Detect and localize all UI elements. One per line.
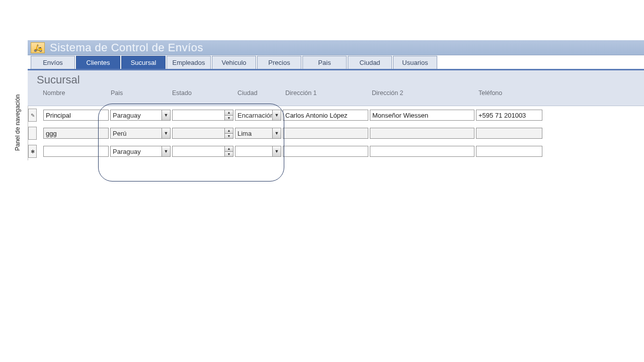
- tab-empleados[interactable]: Empleados: [167, 56, 211, 69]
- column-labels: Nombre Pais Estado Ciudad Dirección 1 Di…: [37, 89, 644, 97]
- table-row: ✎ Paraguay ▼ ▲ ▼ Encarnación ▼: [28, 106, 644, 124]
- col-pais: Pais: [111, 89, 172, 97]
- table-row: Perú ▼ ▲ ▼ Lima ▼: [28, 124, 644, 142]
- subform-header: Sucursal Nombre Pais Estado Ciudad Direc…: [28, 70, 644, 106]
- pais-combo[interactable]: Paraguay ▼: [110, 146, 171, 157]
- app-root: Panel de navegación 🛵 Sistema de Control…: [0, 0, 644, 362]
- ciudad-combo[interactable]: Encarnación ▼: [235, 110, 281, 121]
- pais-combo[interactable]: Paraguay ▼: [110, 110, 171, 121]
- direccion2-field[interactable]: [370, 110, 474, 121]
- pais-value: Perú: [113, 130, 126, 137]
- ciudad-value: Lima: [237, 130, 252, 137]
- chevron-down-icon[interactable]: ▼: [272, 146, 281, 156]
- telefono-field[interactable]: [476, 128, 542, 139]
- ciudad-combo[interactable]: ▼: [235, 146, 281, 157]
- chevron-down-icon[interactable]: ▼: [225, 134, 233, 139]
- chevron-down-icon[interactable]: ▼: [272, 110, 281, 120]
- subform-title: Sucursal: [37, 73, 644, 86]
- nav-panel-collapsed-label[interactable]: Panel de navegación: [14, 95, 21, 151]
- direccion1-field[interactable]: [283, 128, 368, 139]
- telefono-field[interactable]: [476, 146, 542, 157]
- estado-spinner[interactable]: ▲ ▼: [172, 146, 233, 157]
- row-selector-edit-icon[interactable]: ✎: [28, 109, 37, 122]
- col-direccion2: Dirección 2: [372, 89, 478, 97]
- app-titlebar: 🛵 Sistema de Control de Envíos: [28, 40, 644, 55]
- spinner-buttons[interactable]: ▲ ▼: [224, 110, 233, 120]
- tab-clientes[interactable]: Clientes: [76, 56, 120, 69]
- chevron-up-icon[interactable]: ▲: [225, 146, 233, 152]
- tab-usuarios[interactable]: Usuarios: [393, 56, 437, 69]
- chevron-up-icon[interactable]: ▲: [225, 110, 233, 116]
- chevron-down-icon[interactable]: ▼: [162, 128, 170, 138]
- app-title: Sistema de Control de Envíos: [50, 41, 203, 54]
- chevron-down-icon[interactable]: ▼: [162, 146, 170, 156]
- nombre-field[interactable]: [43, 128, 109, 139]
- chevron-down-icon[interactable]: ▼: [225, 116, 233, 121]
- direccion1-field[interactable]: [283, 146, 368, 157]
- ciudad-combo[interactable]: Lima ▼: [235, 128, 281, 139]
- chevron-down-icon[interactable]: ▼: [225, 152, 233, 157]
- spinner-buttons[interactable]: ▲ ▼: [224, 146, 233, 156]
- col-direccion1: Dirección 1: [285, 89, 372, 97]
- col-telefono: Teléfono: [478, 89, 502, 97]
- tab-sucursal[interactable]: Sucursal: [121, 56, 166, 69]
- spinner-buttons[interactable]: ▲ ▼: [224, 128, 233, 138]
- col-nombre: Nombre: [43, 89, 111, 97]
- direccion2-field[interactable]: [370, 128, 474, 139]
- nombre-field[interactable]: [43, 146, 109, 157]
- nombre-field[interactable]: [43, 110, 109, 121]
- tab-ciudad[interactable]: Ciudad: [348, 56, 392, 69]
- chevron-down-icon[interactable]: ▼: [162, 110, 170, 120]
- direccion2-field[interactable]: [370, 146, 474, 157]
- tab-precios[interactable]: Precios: [257, 56, 301, 69]
- tab-pais[interactable]: Pais: [302, 56, 347, 69]
- estado-spinner[interactable]: ▲ ▼: [172, 110, 233, 121]
- row-selector-new-icon[interactable]: ✱: [28, 145, 37, 158]
- data-grid: ✎ Paraguay ▼ ▲ ▼ Encarnación ▼: [28, 106, 644, 160]
- main-content: 🛵 Sistema de Control de Envíos Envíos Cl…: [28, 40, 644, 160]
- table-row-new: ✱ Paraguay ▼ ▲ ▼ ▼: [28, 142, 644, 160]
- row-selector[interactable]: [28, 127, 37, 140]
- tab-bar: Envíos Clientes Sucursal Empleados Vehic…: [28, 55, 644, 70]
- col-estado: Estado: [172, 89, 237, 97]
- direccion1-field[interactable]: [283, 110, 368, 121]
- pais-value: Paraguay: [113, 148, 141, 155]
- chevron-down-icon[interactable]: ▼: [272, 128, 281, 138]
- pais-value: Paraguay: [113, 112, 141, 119]
- estado-spinner[interactable]: ▲ ▼: [172, 128, 233, 139]
- tab-envios[interactable]: Envíos: [31, 56, 75, 69]
- chevron-up-icon[interactable]: ▲: [225, 128, 233, 134]
- ciudad-value: Encarnación: [237, 112, 274, 119]
- tab-vehiculo[interactable]: Vehiculo: [212, 56, 256, 69]
- telefono-field[interactable]: [476, 110, 542, 121]
- pais-combo[interactable]: Perú ▼: [110, 128, 171, 139]
- app-icon: 🛵: [31, 42, 45, 53]
- col-ciudad: Ciudad: [237, 89, 285, 97]
